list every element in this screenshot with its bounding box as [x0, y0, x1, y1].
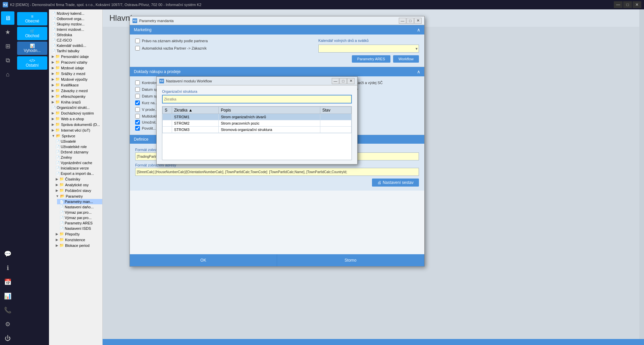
tree-item[interactable]: 📄 Držené záznamy: [53, 149, 102, 155]
tree-item[interactable]: 📄 Nastavení daňo...: [57, 204, 102, 210]
tree-item[interactable]: ▶ 📁 Analytické osy: [53, 182, 102, 188]
col-header-popis[interactable]: Popis: [219, 107, 320, 114]
sidebar-icon-grid[interactable]: ⊞: [1, 40, 14, 53]
tree-item[interactable]: ▶ 📁 Přepočty: [53, 231, 102, 237]
doklady-collapse-icon[interactable]: ∧: [417, 69, 420, 74]
doklady-title: Doklady nákupu a prodeje: [134, 69, 180, 74]
workflow-close-button[interactable]: ✕: [347, 78, 355, 84]
ok-button[interactable]: OK: [130, 254, 277, 266]
tree-item[interactable]: ▶ 📁 Pracovní vztahy: [49, 59, 102, 65]
tree-item[interactable]: ▶ 📁 eNeschopenky: [49, 93, 102, 99]
tree-item[interactable]: 📄 Parametry ARES: [57, 220, 102, 226]
sidebar-icon-graph[interactable]: 📊: [1, 289, 14, 303]
maximize-button[interactable]: □: [623, 1, 632, 8]
tree-item[interactable]: ▶ 📁 Internet věcí (IoT): [49, 127, 102, 133]
main-scrollbar[interactable]: [639, 9, 644, 345]
tree-item[interactable]: ▶ 📁 Číselníky: [53, 176, 102, 182]
tree-item[interactable]: ▶ 📁 Kvalifikace: [49, 82, 102, 88]
tree-item[interactable]: ▶ 📁 Personální údaje: [49, 54, 102, 59]
col-header-zkratka[interactable]: Zkratka ▲: [172, 107, 219, 114]
sidebar-icon-phone[interactable]: 📞: [1, 303, 14, 317]
tree-item[interactable]: 📄 Vyprázdnění cache: [53, 160, 102, 165]
tree-item[interactable]: 📄 Organizační strukt...: [49, 105, 102, 110]
doc-icon: 📄: [56, 166, 60, 170]
checkbox-automaticka-input[interactable]: [135, 46, 140, 51]
table-row-strom3[interactable]: STROM3 Stromová organizační struktura: [163, 127, 352, 133]
tree-item[interactable]: 📄 Změny: [53, 155, 102, 160]
nav-obchod[interactable]: 🛒 Obchod: [17, 27, 47, 40]
tree-item[interactable]: ▶ 📁 Závazky z mezd: [49, 88, 102, 93]
tree-item[interactable]: 📄 Uživatelské role: [53, 144, 102, 149]
kalendar-input[interactable]: [318, 45, 419, 53]
tree-item[interactable]: ▶ 📁 Správa dokumentů (D...: [49, 122, 102, 127]
workflow-maximize-button[interactable]: □: [339, 78, 347, 84]
col-header-s[interactable]: S: [163, 107, 172, 114]
sidebar-icon-monitor[interactable]: 🖥: [1, 11, 14, 25]
tree-item[interactable]: 📄 Uživatelé: [53, 139, 102, 144]
tree-item[interactable]: 📄 Export a import da...: [53, 171, 102, 176]
tree-item[interactable]: 📄 Výmaz par.pro...: [57, 215, 102, 220]
checkbox-umozni-input[interactable]: [135, 120, 140, 125]
tree-item[interactable]: 📄 Interní mzdové...: [49, 27, 102, 32]
table-row-strom1[interactable]: STROM1 Strom organizačních útvarů: [163, 114, 352, 120]
tree-item[interactable]: ▶ 📁 Blokace period: [53, 243, 102, 248]
tree-item[interactable]: 📄 Mzdový kalend...: [49, 11, 102, 16]
tree-item[interactable]: ▶ 📁 Web a e-shop: [49, 116, 102, 122]
parametry-ares-button[interactable]: Parametry ARES: [352, 55, 390, 63]
tree-item[interactable]: 📄 CZ-ISCO: [49, 38, 102, 43]
workflow-minimize-button[interactable]: —: [332, 78, 339, 84]
tree-item[interactable]: ▶ 📁 Konzistence: [53, 237, 102, 243]
tree-item[interactable]: 📄 Odborové orga...: [49, 16, 102, 21]
tree-item-spravce[interactable]: ▼ 📂 Správce: [49, 133, 102, 139]
storno-button[interactable]: Storno: [277, 254, 424, 266]
tree-item[interactable]: ▶ 📁 Mzdové výpočty: [49, 76, 102, 82]
sidebar-icon-star[interactable]: ★: [1, 25, 14, 39]
checkbox-povolit-input[interactable]: [135, 126, 140, 131]
nastaveni-sestav-button[interactable]: 🖨 Nastavení sestav: [372, 179, 419, 187]
nav-obecne[interactable]: ≡ Obecné: [17, 12, 47, 25]
marketing-collapse-icon[interactable]: ∧: [417, 27, 420, 32]
checkbox-datum-prodej-input[interactable]: [135, 87, 140, 92]
tree-item[interactable]: ▶ 📁 Docházkový systém: [49, 110, 102, 116]
tree-item[interactable]: ▶ 📁 Mzdové údaje: [49, 65, 102, 71]
close-button[interactable]: ✕: [633, 1, 641, 8]
dialog-minimize-button[interactable]: —: [399, 18, 406, 24]
sidebar-icon-info[interactable]: ℹ: [1, 261, 14, 275]
checkbox-multidokl-input[interactable]: [135, 114, 140, 119]
dialog-close-button[interactable]: ✕: [414, 18, 422, 24]
col-header-stav[interactable]: Stav: [320, 107, 351, 114]
tree-item[interactable]: 📄 Výmaz par.pro...: [57, 210, 102, 215]
tree-item[interactable]: 📄 Skupiny mzdov...: [49, 21, 102, 27]
tree-item-parametry-man[interactable]: 📄 Parametry man...: [57, 199, 102, 204]
tree-item[interactable]: 📄 Nastavení ISDS: [57, 226, 102, 231]
checkbox-vprode-input[interactable]: [135, 107, 140, 112]
tree-item[interactable]: ▶ 📁 Počáteční stavy: [53, 188, 102, 193]
tree-item[interactable]: 📄 Kalendář svátků...: [49, 43, 102, 48]
dialog-maximize-button[interactable]: □: [407, 18, 414, 24]
checkbox-kontrolovat-input[interactable]: [135, 80, 140, 85]
sidebar-icon-copy[interactable]: ⧉: [1, 54, 14, 67]
format-adresy-input[interactable]: [135, 168, 419, 176]
workflow-search-input[interactable]: [162, 95, 352, 104]
sidebar-icon-chat[interactable]: 💬: [1, 247, 14, 261]
checkbox-datum-nakup-input[interactable]: [135, 94, 140, 98]
minimize-button[interactable]: —: [614, 1, 623, 8]
tree-item[interactable]: 📄 Tarifní tabulky: [49, 48, 102, 54]
tree-item[interactable]: ▶ 📁 Kniha úrazů: [49, 99, 102, 105]
sidebar-icon-settings[interactable]: ⚙: [1, 318, 14, 331]
checkbox-kurz-input[interactable]: [135, 100, 140, 105]
tree-item[interactable]: 📄 Střediska: [49, 32, 102, 38]
sidebar-icon-calendar[interactable]: 📅: [1, 275, 14, 289]
tree-item[interactable]: ▶ 📁 Srážky z mezd: [49, 71, 102, 76]
tree-item-parametry[interactable]: ▼ 📂 Parametry: [53, 193, 102, 199]
workflow-button[interactable]: Workflow: [393, 55, 419, 63]
folder-icon: 📁: [55, 71, 60, 76]
nav-vyhodn[interactable]: 📊 Vyhodn...: [17, 42, 47, 55]
table-row-strom2[interactable]: STROM2 Strom pracovních pozic: [163, 120, 352, 127]
kalendar-dropdown-arrow[interactable]: ▼: [415, 47, 418, 51]
sidebar-icon-power[interactable]: ⏻: [1, 332, 14, 345]
nav-ostatni[interactable]: </> Ostatní: [17, 56, 47, 70]
sidebar-icon-home[interactable]: ⌂: [1, 68, 14, 81]
tree-item[interactable]: 📄 Inicializace verze: [53, 165, 102, 171]
checkbox-pravo-input[interactable]: [135, 39, 140, 43]
